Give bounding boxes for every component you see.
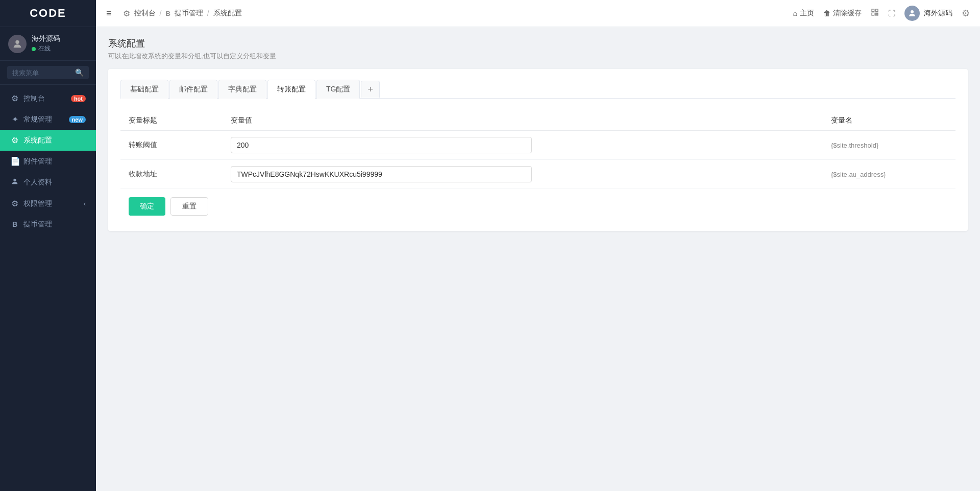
row2-value	[223, 160, 823, 189]
config-table: 变量标题 变量值 变量名 转账阈值 {$site.threshold} 收	[120, 111, 955, 189]
tab-dict[interactable]: 字典配置	[218, 80, 266, 99]
topbar-user[interactable]: 海外源码	[904, 6, 952, 21]
col-varname-header: 变量名	[823, 111, 955, 131]
page-title: 系统配置	[108, 37, 968, 50]
profile-icon	[10, 177, 19, 188]
form-buttons: 确定 重置	[120, 197, 955, 216]
svg-rect-7	[875, 15, 876, 15]
qr-icon	[871, 8, 879, 18]
sidebar-user: 海外源码 在线	[0, 27, 96, 61]
page-header: 系统配置 可以在此增改系统的变量和分组,也可以自定义分组和变量	[108, 37, 968, 61]
sidebar-item-coin[interactable]: B 提币管理	[0, 214, 96, 235]
svg-rect-2	[872, 9, 874, 12]
table-row: 转账阈值 {$site.threshold}	[120, 131, 955, 160]
home-button[interactable]: ⌂ 主页	[793, 9, 814, 18]
threshold-input[interactable]	[231, 137, 532, 153]
confirm-button[interactable]: 确定	[129, 197, 165, 216]
sidebar-nav: ⚙ 控制台 hot ✦ 常规管理 new ⚙ 系统配置 📄 附件管理 个人资料 …	[0, 85, 96, 491]
col-label-header: 变量标题	[120, 111, 223, 131]
fullscreen-icon: ⛶	[888, 9, 895, 17]
sidebar-search[interactable]: 🔍	[0, 61, 96, 85]
topbar-settings-icon[interactable]: ⚙	[962, 8, 970, 19]
row1-varname: {$site.threshold}	[823, 131, 955, 160]
sidebar-item-profile[interactable]: 个人资料	[0, 172, 96, 193]
sidebar: CODE 海外源码 在线 🔍 ⚙ 控制台 hot ✦ 常规管理 new	[0, 0, 96, 491]
user-status: 在线	[32, 44, 60, 53]
coin-breadcrumb-icon: B	[165, 10, 170, 17]
search-icon: 🔍	[75, 68, 84, 77]
tab-mail[interactable]: 邮件配置	[169, 80, 217, 99]
svg-point-1	[13, 179, 16, 181]
address-input[interactable]	[231, 166, 532, 182]
tab-transfer[interactable]: 转账配置	[267, 80, 315, 99]
search-input[interactable]	[12, 69, 73, 77]
console-icon: ⚙	[10, 93, 19, 103]
topbar-left: ≡ ⚙ 控制台 / B 提币管理 / 系统配置	[106, 8, 242, 19]
status-dot	[32, 47, 36, 51]
home-breadcrumb-icon: ⚙	[123, 9, 130, 18]
badge-new: new	[69, 116, 86, 123]
attachment-icon: 📄	[10, 156, 19, 166]
clear-cache-button[interactable]: 🗑 清除缓存	[823, 9, 862, 18]
svg-point-0	[15, 40, 19, 43]
svg-rect-8	[877, 14, 878, 15]
app-logo: CODE	[0, 0, 96, 27]
badge-hot: hot	[71, 95, 86, 102]
sidebar-item-permission[interactable]: ⚙ 权限管理 ‹	[0, 193, 96, 214]
svg-rect-3	[875, 9, 878, 12]
row1-value	[223, 131, 823, 160]
tab-tg[interactable]: TG配置	[316, 80, 360, 99]
routine-icon: ✦	[10, 114, 19, 124]
breadcrumb-coin[interactable]: 提币管理	[175, 9, 203, 18]
topbar-avatar	[904, 6, 920, 21]
qr-button[interactable]	[871, 8, 879, 18]
sidebar-item-routine[interactable]: ✦ 常规管理 new	[0, 109, 96, 130]
topbar-username: 海外源码	[924, 9, 952, 18]
avatar	[8, 35, 27, 53]
chevron-right-icon: ‹	[84, 200, 86, 207]
row2-label: 收款地址	[120, 160, 223, 189]
sidebar-item-attachment[interactable]: 📄 附件管理	[0, 151, 96, 172]
page-description: 可以在此增改系统的变量和分组,也可以自定义分组和变量	[108, 52, 968, 61]
content: 系统配置 可以在此增改系统的变量和分组,也可以自定义分组和变量 基础配置 邮件配…	[96, 27, 980, 491]
breadcrumb-console[interactable]: 控制台	[134, 9, 156, 18]
home-icon: ⌂	[793, 9, 797, 17]
user-info: 海外源码 在线	[32, 34, 60, 53]
trash-icon: 🗑	[823, 9, 830, 17]
breadcrumb: ⚙ 控制台 / B 提币管理 / 系统配置	[123, 9, 242, 18]
row2-varname: {$site.au_address}	[823, 160, 955, 189]
tab-basic[interactable]: 基础配置	[120, 80, 168, 99]
config-card: 基础配置 邮件配置 字典配置 转账配置 TG配置 + 变量标题 变量值 变量名	[108, 69, 968, 231]
menu-icon[interactable]: ≡	[106, 8, 112, 19]
reset-button[interactable]: 重置	[170, 197, 208, 216]
fullscreen-button[interactable]: ⛶	[888, 9, 895, 17]
sidebar-item-console[interactable]: ⚙ 控制台 hot	[0, 88, 96, 109]
sysconfig-icon: ⚙	[10, 135, 19, 145]
svg-rect-4	[872, 13, 874, 15]
tab-add-button[interactable]: +	[361, 81, 380, 98]
config-tabs: 基础配置 邮件配置 字典配置 转账配置 TG配置 +	[120, 79, 955, 99]
col-value-header: 变量值	[223, 111, 823, 131]
app-title: CODE	[30, 7, 66, 20]
sidebar-item-sysconfig[interactable]: ⚙ 系统配置	[0, 130, 96, 151]
topbar: ≡ ⚙ 控制台 / B 提币管理 / 系统配置 ⌂ 主页 🗑 清除缓存	[96, 0, 980, 27]
svg-rect-5	[875, 13, 876, 14]
main-area: ≡ ⚙ 控制台 / B 提币管理 / 系统配置 ⌂ 主页 🗑 清除缓存	[96, 0, 980, 491]
topbar-right: ⌂ 主页 🗑 清除缓存 ⛶ 海外源码 ⚙	[793, 6, 970, 21]
svg-point-9	[911, 10, 914, 13]
breadcrumb-sysconfig[interactable]: 系统配置	[213, 9, 242, 18]
row1-label: 转账阈值	[120, 131, 223, 160]
coin-icon: B	[10, 220, 19, 228]
user-name: 海外源码	[32, 34, 60, 43]
table-row: 收款地址 {$site.au_address}	[120, 160, 955, 189]
search-box[interactable]: 🔍	[7, 66, 89, 79]
svg-rect-6	[877, 13, 878, 13]
permission-icon: ⚙	[10, 199, 19, 208]
